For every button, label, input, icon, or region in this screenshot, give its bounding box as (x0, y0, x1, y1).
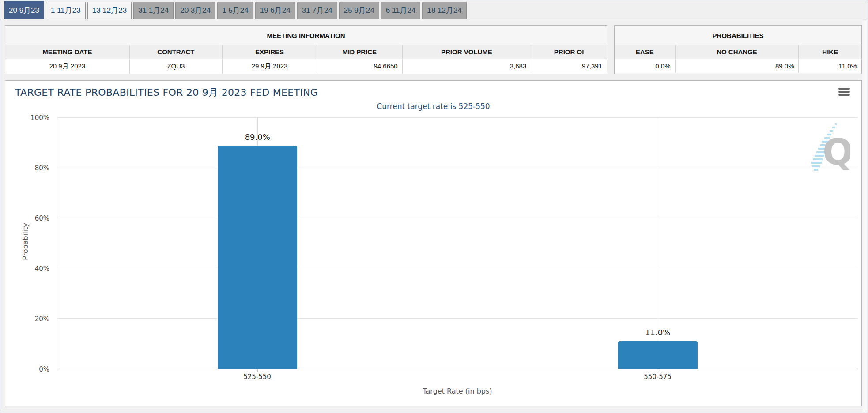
tab-meeting-8[interactable]: 25 9月24 (339, 2, 379, 19)
value-mid-price: 94.6650 (317, 59, 402, 74)
x-tick-label: 525-550 (218, 373, 297, 381)
y-axis-labels: 0%20%40%60%80%100% (5, 118, 53, 369)
info-tables-row: MEETING INFORMATION MEETING DATE CONTRAC… (5, 25, 868, 74)
hamburger-bar (838, 94, 850, 96)
header-contract: CONTRACT (129, 45, 223, 59)
value-hike: 11.0% (798, 59, 861, 73)
value-ease: 0.0% (615, 59, 675, 73)
value-meeting-date: 20 9月 2023 (5, 59, 129, 74)
probabilities-title: PROBABILITIES (615, 26, 861, 45)
h-gridline (57, 218, 858, 218)
header-meeting-date: MEETING DATE (5, 45, 129, 59)
tab-meeting-2[interactable]: 13 12月23 (87, 2, 132, 19)
plot-area: 89.0%11.0% (57, 118, 858, 369)
header-ease: EASE (615, 45, 675, 59)
probabilities-data-row: 0.0% 89.0% 11.0% (615, 59, 861, 73)
target-rate-chart-panel: TARGET RATE PROBABILITIES FOR 20 9月 2023… (5, 80, 862, 406)
meeting-information-header-row: MEETING DATE CONTRACT EXPIRES MID PRICE … (5, 45, 607, 59)
fedwatch-page: 20 9月23 1 11月23 13 12月23 31 1月24 20 3月24… (0, 0, 868, 413)
value-prior-oi: 97,391 (531, 59, 607, 74)
bar-525-550[interactable] (218, 146, 297, 369)
y-tick-label: 100% (30, 114, 49, 122)
hamburger-menu-icon[interactable] (838, 88, 850, 97)
bar-550-575[interactable] (618, 341, 698, 369)
bar-value-label: 89.0% (218, 132, 297, 142)
tab-meeting-4[interactable]: 20 3月24 (175, 2, 215, 19)
y-tick-label: 0% (39, 365, 49, 373)
value-expires: 29 9月 2023 (222, 59, 317, 74)
probabilities-header-row: EASE NO CHANGE HIKE (615, 45, 861, 59)
x-tick-label: 550-575 (618, 373, 698, 381)
value-contract: ZQU3 (129, 59, 223, 74)
vertical-scrollbar[interactable] (862, 20, 867, 412)
value-prior-volume: 3,683 (402, 59, 531, 74)
x-axis-title: Target Rate (in bps) (57, 387, 858, 395)
h-gridline (57, 117, 858, 118)
tab-meeting-6[interactable]: 19 6月24 (255, 2, 295, 19)
value-no-change: 89.0% (675, 59, 799, 73)
y-tick-label: 60% (35, 214, 49, 222)
x-axis-tick (257, 369, 258, 372)
y-tick-label: 20% (35, 315, 49, 323)
probabilities-table: PROBABILITIES EASE NO CHANGE HIKE 0.0% 8… (614, 25, 862, 74)
meeting-information-title: MEETING INFORMATION (5, 26, 607, 45)
header-mid-price: MID PRICE (317, 45, 402, 59)
tab-meeting-5[interactable]: 1 5月24 (217, 2, 253, 19)
header-prior-oi: PRIOR OI (531, 45, 607, 59)
y-tick-label: 80% (35, 164, 49, 172)
tab-meeting-0[interactable]: 20 9月23 (4, 1, 44, 19)
h-gridline (57, 168, 858, 168)
h-gridline (57, 268, 858, 268)
header-expires: EXPIRES (222, 45, 317, 59)
chart-subtitle: Current target rate is 525-550 (5, 102, 861, 111)
meeting-date-tab-bar: 20 9月23 1 11月23 13 12月23 31 1月24 20 3月24… (0, 0, 868, 19)
bar-value-label: 11.0% (618, 328, 698, 337)
header-prior-volume: PRIOR VOLUME (402, 45, 531, 59)
tab-meeting-1[interactable]: 1 11月23 (46, 2, 86, 19)
hamburger-bar (838, 88, 850, 90)
x-axis-tick (658, 369, 658, 372)
meeting-information-data-row: 20 9月 2023 ZQU3 29 9月 2023 94.6650 3,683… (5, 59, 607, 74)
hamburger-bar (838, 91, 850, 93)
chart-title: TARGET RATE PROBABILITIES FOR 20 9月 2023… (15, 86, 318, 99)
y-tick-label: 40% (35, 265, 49, 273)
meeting-information-table: MEETING INFORMATION MEETING DATE CONTRAC… (5, 25, 607, 74)
x-axis-labels: 525-550550-575 (57, 373, 858, 382)
tab-meeting-7[interactable]: 31 7月24 (297, 2, 337, 19)
tab-meeting-10[interactable]: 18 12月24 (422, 2, 466, 19)
tab-meeting-3[interactable]: 31 1月24 (133, 2, 174, 19)
header-no-change: NO CHANGE (675, 45, 799, 59)
h-gridline (57, 318, 858, 319)
tab-meeting-9[interactable]: 6 11月24 (381, 2, 421, 19)
header-hike: HIKE (798, 45, 861, 59)
